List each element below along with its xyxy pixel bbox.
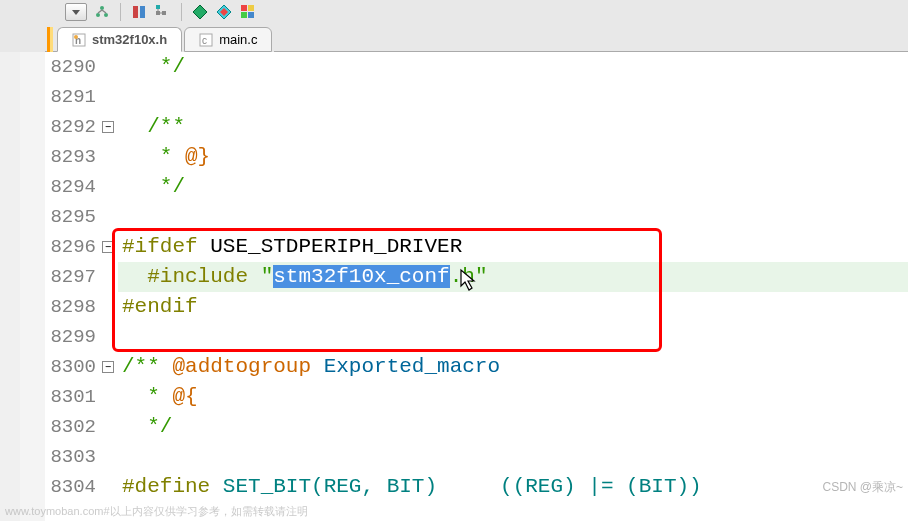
svg-point-2 [104,13,108,17]
line-number: 8293 [45,142,100,172]
fold-toggle[interactable]: − [102,121,114,133]
line-number: 8303 [45,442,100,472]
tab-stm32f10x-h[interactable]: h stm32f10x.h [57,27,182,52]
code-line[interactable]: 8292 − /** [45,112,908,142]
svg-rect-4 [140,6,145,18]
tab-label: stm32f10x.h [92,32,167,47]
code-line[interactable]: 8299 [45,322,908,352]
code-line[interactable]: 8302 */ [45,412,908,442]
dropdown-button[interactable] [65,3,87,21]
svg-rect-11 [248,12,254,18]
line-number: 8294 [45,172,100,202]
line-number: 8295 [45,202,100,232]
code-editor[interactable]: 8290 */ 8291 8292 − /** 8293 * @} 8294 [20,52,908,521]
tab-main-c[interactable]: c main.c [184,27,272,52]
svg-rect-7 [162,11,166,15]
bookmark-icon[interactable] [130,3,148,21]
code-line[interactable]: 8291 [45,82,908,112]
svg-point-0 [100,6,104,10]
diamond-green-icon[interactable] [191,3,209,21]
watermark-left: www.toymoban.com#以上内容仅供学习参考，如需转载请注明 [5,504,308,519]
watermark-right: CSDN @乘凉~ [822,479,903,496]
diamond-cyan-icon[interactable] [215,3,233,21]
toolbar [0,0,908,24]
svg-rect-9 [248,5,254,11]
code-line[interactable]: 8301 * @{ [45,382,908,412]
line-number: 8302 [45,412,100,442]
code-line[interactable]: 8293 * @} [45,142,908,172]
tab-label: main.c [219,32,257,47]
line-number: 8290 [45,52,100,82]
structure-icon[interactable] [154,3,172,21]
fold-toggle[interactable]: − [102,361,114,373]
code-line[interactable]: 8300 − /** @addtogroup Exported_macro [45,352,908,382]
svg-point-14 [74,35,78,39]
code-line[interactable]: 8296 − #ifdef USE_STDPERIPH_DRIVER [45,232,908,262]
code-line[interactable]: 8297 #include "stm32f10x_conf.h" [45,262,908,292]
code-line[interactable]: 8294 */ [45,172,908,202]
svg-point-1 [96,13,100,17]
fold-toggle[interactable]: − [102,241,114,253]
code-line[interactable]: 8295 [45,202,908,232]
line-number: 8300 [45,352,100,382]
c-file-icon: c [199,33,213,47]
svg-text:c: c [202,35,207,46]
svg-rect-5 [156,5,160,9]
line-number: 8298 [45,292,100,322]
tab-bar: h stm32f10x.h c main.c [0,24,908,52]
palette-icon[interactable] [239,3,257,21]
line-number: 8291 [45,82,100,112]
line-number: 8301 [45,382,100,412]
svg-rect-10 [241,12,247,18]
code-line[interactable]: 8304 #define SET_BIT(REG, BIT) ((REG) |=… [45,472,908,502]
line-number: 8296 [45,232,100,262]
line-number: 8292 [45,112,100,142]
svg-rect-3 [133,6,138,18]
config-icon[interactable] [93,3,111,21]
selected-text: stm32f10x_conf [273,265,449,288]
code-line[interactable]: 8290 */ [45,52,908,82]
line-number: 8297 [45,262,100,292]
line-number: 8304 [45,472,100,502]
svg-rect-8 [241,5,247,11]
line-number: 8299 [45,322,100,352]
code-line[interactable]: 8303 [45,442,908,472]
h-file-icon: h [72,33,86,47]
code-line[interactable]: 8298 #endif [45,292,908,322]
chevron-down-icon [72,10,80,15]
